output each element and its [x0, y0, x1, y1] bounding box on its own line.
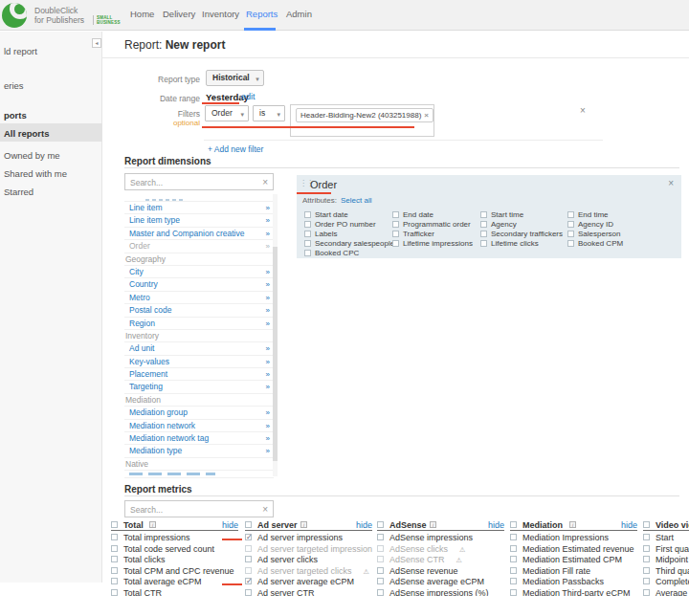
filter-token-chip[interactable]: Header-Bidding-New2 (403251988)× — [296, 108, 433, 122]
checkbox-lifetime-impressions[interactable] — [392, 240, 399, 247]
nav-tab-home[interactable]: Home — [130, 9, 154, 19]
sidebar-item-queries[interactable]: eries — [4, 80, 24, 91]
checkbox-booked-cpm[interactable] — [567, 240, 574, 247]
checkbox-mediation-impressions[interactable] — [510, 534, 517, 540]
nav-tab-reports[interactable]: Reports — [246, 9, 278, 19]
checkbox-ad-server-impressions[interactable] — [245, 534, 252, 540]
hide-column-link[interactable]: hide — [222, 520, 238, 530]
dimension-mediation-group[interactable]: Mediation group» — [124, 407, 274, 419]
nav-tab-admin[interactable]: Admin — [286, 9, 312, 19]
checkbox-booked-cpc[interactable] — [304, 250, 311, 256]
checkbox-adsense-impressions[interactable] — [377, 534, 384, 540]
sidebar-item-starred[interactable]: Starred — [4, 187, 33, 197]
dimensions-scrollbar-thumb[interactable] — [273, 247, 278, 461]
checkbox-total-clicks[interactable] — [111, 556, 118, 562]
chevron-right-icon[interactable]: » — [266, 304, 270, 317]
checkbox-adsense-average-ecpm[interactable] — [377, 578, 384, 584]
dimension-postal-code[interactable]: Postal code» — [124, 304, 274, 317]
column-select-checkbox[interactable] — [111, 521, 118, 528]
checkbox-video-first-quartile[interactable] — [643, 545, 650, 552]
hide-column-link[interactable]: hide — [488, 520, 504, 530]
checkbox-ad-server-average-ecpm[interactable] — [245, 578, 252, 584]
chevron-right-icon[interactable]: » — [266, 356, 270, 368]
chevron-right-icon[interactable]: » — [266, 214, 270, 227]
remove-filter-icon[interactable]: × — [580, 106, 586, 116]
dimension-mediation-type[interactable]: Mediation type» — [124, 445, 274, 457]
checkbox-mediation-estimated-revenue[interactable] — [510, 545, 517, 552]
chevron-right-icon[interactable]: » — [266, 342, 270, 355]
sidebar-item-shared-with-me[interactable]: Shared with me — [4, 168, 67, 179]
sidebar-item-all-reports[interactable]: All reports — [4, 128, 50, 139]
chevron-right-icon[interactable]: » — [266, 407, 270, 419]
checkbox-mediation-fill-rate[interactable] — [510, 567, 517, 574]
clear-search-icon[interactable]: × — [262, 177, 268, 187]
dimension-line-item-type[interactable]: Line item type» — [124, 214, 274, 227]
dimensions-search[interactable]: × — [124, 173, 274, 190]
checkbox-total-cpm-cpc-revenue[interactable] — [111, 567, 118, 574]
metrics-search-input[interactable] — [130, 503, 255, 516]
dimension-mediation-network-tag[interactable]: Mediation network tag» — [124, 432, 274, 445]
column-select-checkbox[interactable] — [245, 521, 252, 528]
checkbox-video-complete[interactable] — [643, 578, 650, 584]
token-remove-icon[interactable]: × — [424, 111, 429, 120]
checkbox-video-average-view[interactable] — [643, 589, 650, 596]
chevron-right-icon[interactable]: » — [266, 266, 270, 278]
hide-column-link[interactable]: hide — [356, 520, 372, 530]
chevron-right-icon[interactable]: » — [266, 445, 270, 457]
report-type-dropdown[interactable]: Historical ▾ — [206, 70, 264, 86]
checkbox-total-average-ecpm[interactable] — [111, 578, 118, 584]
checkbox-video-midpoint[interactable] — [643, 556, 650, 562]
column-select-checkbox[interactable] — [510, 521, 517, 528]
dimension-key-values[interactable]: Key-values» — [124, 356, 274, 368]
column-select-checkbox[interactable] — [643, 521, 650, 528]
metrics-search[interactable]: × — [124, 500, 274, 517]
checkbox-ad-server-ctr[interactable] — [245, 589, 252, 596]
checkbox-adsense-revenue[interactable] — [377, 567, 384, 574]
dimension-city[interactable]: City» — [124, 266, 274, 278]
dimension-placement[interactable]: Placement» — [124, 368, 274, 381]
chevron-right-icon[interactable]: » — [266, 318, 270, 330]
sidebar-item-owned-by-me[interactable]: Owned by me — [4, 150, 60, 161]
column-select-checkbox[interactable] — [377, 521, 384, 528]
close-panel-icon[interactable]: × — [668, 178, 674, 188]
chevron-right-icon[interactable]: » — [266, 420, 270, 432]
checkbox-mediation-estimated-cpm[interactable] — [510, 556, 517, 562]
select-all-link[interactable]: Select all — [341, 196, 371, 205]
dimension-metro[interactable]: Metro» — [124, 292, 274, 304]
chevron-right-icon[interactable]: » — [266, 368, 270, 381]
checkbox-total-code-served-count[interactable] — [111, 545, 118, 552]
checkbox-adsense-impressions-pct[interactable] — [377, 589, 384, 596]
dimension-region[interactable]: Region» — [124, 318, 274, 330]
chevron-right-icon[interactable]: » — [266, 432, 270, 445]
clear-search-icon[interactable]: × — [262, 504, 268, 515]
dimension-ad-unit[interactable]: Ad unit» — [124, 342, 274, 355]
checkbox-lifetime-clicks[interactable] — [480, 240, 487, 247]
add-new-filter-link[interactable]: + Add new filter — [208, 144, 263, 154]
sidebar-item-build-report[interactable]: ld report — [4, 46, 37, 56]
checkbox-video-third-quartile[interactable] — [643, 567, 650, 574]
dimension-targeting[interactable]: Targeting» — [124, 381, 274, 393]
dimension-master-companion-creative[interactable]: Master and Companion creative» — [124, 228, 274, 240]
chevron-right-icon[interactable]: » — [266, 202, 270, 214]
checkbox-mediation-third-party-ecpm[interactable] — [510, 589, 517, 596]
date-range-edit-link[interactable]: edit — [241, 92, 256, 101]
nav-tab-inventory[interactable]: Inventory — [202, 9, 239, 19]
checkbox-ad-server-clicks[interactable] — [245, 556, 252, 562]
hide-column-link[interactable]: hide — [621, 520, 637, 530]
filter-operator-select[interactable]: is ▾ — [253, 105, 285, 121]
checkbox-video-start[interactable] — [643, 534, 650, 540]
chevron-right-icon[interactable]: » — [266, 381, 270, 393]
checkbox-mediation-passbacks[interactable] — [510, 578, 517, 584]
filter-value-input[interactable]: Header-Bidding-New2 (403251988)× — [290, 104, 434, 137]
checkbox-total-impressions[interactable] — [111, 534, 118, 540]
nav-tab-delivery[interactable]: Delivery — [163, 9, 195, 19]
chevron-right-icon[interactable]: » — [266, 278, 270, 291]
dimension-country[interactable]: Country» — [124, 278, 274, 291]
chevron-right-icon[interactable]: » — [266, 228, 270, 240]
sidebar-collapse-icon[interactable]: ◂ — [92, 38, 101, 48]
filter-field-select[interactable]: Order ▾ — [205, 105, 249, 121]
checkbox-total-ctr[interactable] — [111, 589, 118, 596]
dimensions-search-input[interactable] — [130, 176, 255, 188]
dimension-line-item[interactable]: Line item» — [124, 202, 274, 214]
chevron-right-icon[interactable]: » — [266, 292, 270, 304]
